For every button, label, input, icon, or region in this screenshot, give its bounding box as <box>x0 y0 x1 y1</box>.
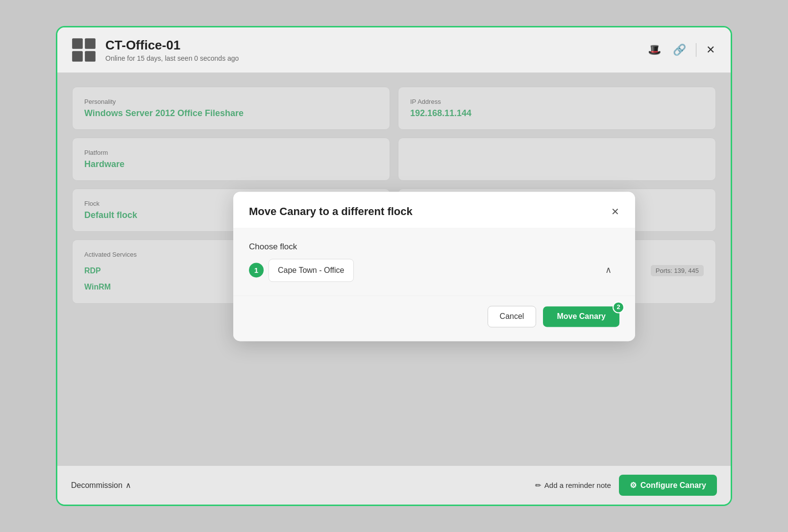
modal-title: Move Canary to a different flock <box>249 205 413 218</box>
pencil-icon: ✏ <box>535 481 542 490</box>
add-reminder-button[interactable]: ✏ Add a reminder note <box>535 481 611 490</box>
modal-header: Move Canary to a different flock ✕ <box>233 192 635 228</box>
move-canary-btn-wrapper: Move Canary 2 <box>543 306 619 327</box>
configure-canary-button[interactable]: ⚙ Configure Canary <box>619 475 717 496</box>
chevron-up-icon: ∧ <box>605 265 612 275</box>
link-icon-button[interactable]: 🔗 <box>671 42 688 58</box>
svg-rect-0 <box>72 38 83 49</box>
gear-icon: ⚙ <box>630 481 637 490</box>
hat-icon-button[interactable]: 🎩 <box>646 42 663 58</box>
cancel-button[interactable]: Cancel <box>488 306 537 327</box>
footer-right: ✏ Add a reminder note ⚙ Configure Canary <box>535 475 717 496</box>
main-window: CT-Office-01 Online for 15 days, last se… <box>56 26 732 506</box>
device-subtitle: Online for 15 days, last seen 0 seconds … <box>105 54 646 62</box>
move-canary-button[interactable]: Move Canary <box>543 306 619 327</box>
footer: Decommission ∧ ✏ Add a reminder note ⚙ C… <box>57 465 731 505</box>
configure-canary-label: Configure Canary <box>640 481 706 490</box>
decommission-chevron-icon: ∧ <box>125 481 131 490</box>
header-info: CT-Office-01 Online for 15 days, last se… <box>105 38 646 62</box>
windows-logo-icon <box>71 37 97 63</box>
modal-body: Choose flock 1 Cape Town - Office Defaul… <box>233 228 635 295</box>
header-divider <box>696 43 696 57</box>
header-actions: 🎩 🔗 ✕ <box>646 42 717 58</box>
flock-select-container: Cape Town - Office Default flock ∧ <box>269 259 619 282</box>
decommission-label: Decommission <box>71 481 123 490</box>
reminder-label: Add a reminder note <box>544 481 611 489</box>
modal-section-label: Choose flock <box>249 242 619 252</box>
move-canary-modal: Move Canary to a different flock ✕ Choos… <box>233 192 635 341</box>
move-canary-badge-2: 2 <box>613 301 624 313</box>
content-area: Personality Windows Server 2012 Office F… <box>57 73 731 465</box>
close-header-button[interactable]: ✕ <box>704 42 717 58</box>
flock-select[interactable]: Cape Town - Office Default flock <box>269 259 354 282</box>
modal-close-button[interactable]: ✕ <box>611 207 619 217</box>
svg-rect-2 <box>72 51 83 62</box>
device-title: CT-Office-01 <box>105 38 646 53</box>
svg-rect-1 <box>85 38 96 49</box>
header: CT-Office-01 Online for 15 days, last se… <box>57 27 731 73</box>
modal-footer: Cancel Move Canary 2 <box>233 295 635 341</box>
flock-selector-wrapper: 1 Cape Town - Office Default flock ∧ <box>249 259 619 282</box>
decommission-button[interactable]: Decommission ∧ <box>71 481 131 490</box>
flock-badge-1: 1 <box>249 263 264 277</box>
svg-rect-3 <box>85 51 96 62</box>
